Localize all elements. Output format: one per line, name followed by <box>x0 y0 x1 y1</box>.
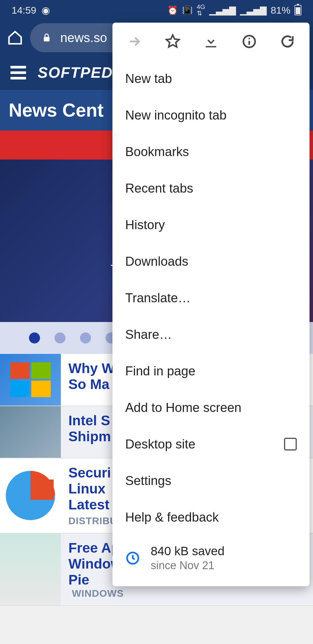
menu-recent-tabs[interactable]: Recent tabs <box>112 170 310 207</box>
site-logo[interactable]: SOFTPED <box>38 64 113 81</box>
menu-bookmarks[interactable]: Bookmarks <box>112 133 310 170</box>
site-menu-button[interactable] <box>10 66 26 79</box>
signal-icon-2: ▁▃▅▇ <box>240 5 267 15</box>
alarm-icon: ⏰ <box>167 5 178 15</box>
status-bar: 14:59 ◉ ⏰ 📳 4G⇅ ▁▃▅▇ ▁▃▅▇ 81% <box>0 0 313 20</box>
reload-button[interactable] <box>273 27 302 56</box>
article-thumb <box>0 533 61 606</box>
download-button[interactable] <box>196 27 225 56</box>
status-time: 14:59 <box>12 5 36 16</box>
forward-button[interactable] <box>120 27 149 56</box>
lock-icon <box>42 32 52 44</box>
article-thumb <box>0 406 61 458</box>
battery-percent: 81% <box>271 5 290 16</box>
menu-help-feedback[interactable]: Help & feedback <box>112 499 310 536</box>
menu-data-saver[interactable]: 840 kB saved since Nov 21 <box>112 536 310 583</box>
article-thumb <box>0 354 61 406</box>
url-text: news.so <box>60 30 107 45</box>
menu-desktop-site[interactable]: Desktop site <box>112 426 310 462</box>
menu-find-in-page[interactable]: Find in page <box>112 353 310 389</box>
carousel-dot-1[interactable] <box>29 332 40 343</box>
battery-icon <box>294 5 301 15</box>
menu-downloads[interactable]: Downloads <box>112 243 310 280</box>
signal-icon: ▁▃▅▇ <box>209 5 236 15</box>
browser-overflow-menu: New tab New incognito tab Bookmarks Rece… <box>112 23 310 586</box>
menu-share[interactable]: Share… <box>112 316 310 353</box>
page-info-button[interactable] <box>235 27 264 56</box>
menu-settings[interactable]: Settings <box>112 462 310 499</box>
vibrate-icon: 📳 <box>182 5 193 15</box>
data-saver-icon <box>125 551 140 566</box>
menu-history[interactable]: History <box>112 207 310 243</box>
menu-translate[interactable]: Translate… <box>112 280 310 316</box>
article-thumb <box>0 458 61 533</box>
data-saver-since: since Nov 21 <box>151 559 225 572</box>
desktop-site-checkbox[interactable] <box>284 438 297 451</box>
home-button[interactable] <box>7 30 23 46</box>
carousel-dot-2[interactable] <box>54 332 65 343</box>
menu-new-incognito-tab[interactable]: New incognito tab <box>112 97 310 133</box>
article-category: WINDOWS <box>72 588 124 599</box>
menu-new-tab[interactable]: New tab <box>112 60 310 97</box>
data-saver-amount: 840 kB saved <box>151 544 225 558</box>
svg-rect-0 <box>44 37 50 41</box>
bookmark-star-button[interactable] <box>158 27 187 56</box>
status-app-icon: ◉ <box>41 4 50 16</box>
network-4g-icon: 4G⇅ <box>197 4 205 17</box>
menu-add-to-home-screen[interactable]: Add to Home screen <box>112 389 310 426</box>
svg-point-3 <box>248 38 250 39</box>
carousel-dot-3[interactable] <box>80 332 91 343</box>
